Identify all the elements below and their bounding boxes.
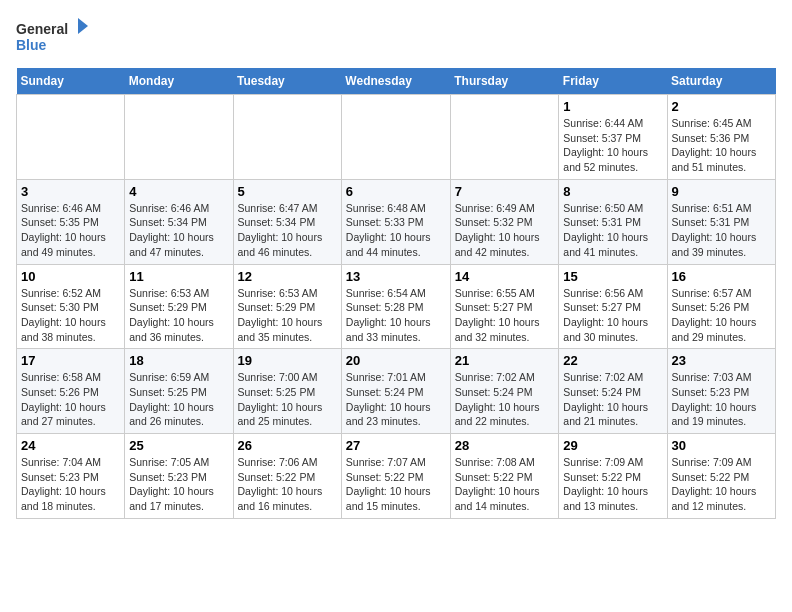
calendar-week-row: 17Sunrise: 6:58 AM Sunset: 5:26 PM Dayli… [17,349,776,434]
calendar-cell [233,95,341,180]
calendar-cell: 19Sunrise: 7:00 AM Sunset: 5:25 PM Dayli… [233,349,341,434]
svg-text:Blue: Blue [16,37,47,53]
svg-marker-2 [78,18,88,34]
weekday-header: Friday [559,68,667,95]
calendar-cell [17,95,125,180]
day-number: 22 [563,353,662,368]
day-info: Sunrise: 6:49 AM Sunset: 5:32 PM Dayligh… [455,201,555,260]
calendar-cell: 25Sunrise: 7:05 AM Sunset: 5:23 PM Dayli… [125,434,233,519]
day-info: Sunrise: 6:52 AM Sunset: 5:30 PM Dayligh… [21,286,120,345]
day-number: 20 [346,353,446,368]
day-number: 16 [672,269,772,284]
day-info: Sunrise: 6:54 AM Sunset: 5:28 PM Dayligh… [346,286,446,345]
calendar-cell: 10Sunrise: 6:52 AM Sunset: 5:30 PM Dayli… [17,264,125,349]
calendar-cell [125,95,233,180]
day-number: 24 [21,438,120,453]
day-number: 3 [21,184,120,199]
day-number: 7 [455,184,555,199]
weekday-header: Monday [125,68,233,95]
day-number: 29 [563,438,662,453]
day-info: Sunrise: 7:03 AM Sunset: 5:23 PM Dayligh… [672,370,772,429]
day-number: 11 [129,269,228,284]
calendar-cell [341,95,450,180]
weekday-header: Tuesday [233,68,341,95]
calendar-week-row: 1Sunrise: 6:44 AM Sunset: 5:37 PM Daylig… [17,95,776,180]
calendar-cell: 26Sunrise: 7:06 AM Sunset: 5:22 PM Dayli… [233,434,341,519]
day-info: Sunrise: 7:09 AM Sunset: 5:22 PM Dayligh… [563,455,662,514]
calendar-cell: 28Sunrise: 7:08 AM Sunset: 5:22 PM Dayli… [450,434,559,519]
calendar-cell: 17Sunrise: 6:58 AM Sunset: 5:26 PM Dayli… [17,349,125,434]
calendar-cell: 12Sunrise: 6:53 AM Sunset: 5:29 PM Dayli… [233,264,341,349]
day-info: Sunrise: 7:08 AM Sunset: 5:22 PM Dayligh… [455,455,555,514]
day-number: 23 [672,353,772,368]
day-info: Sunrise: 7:01 AM Sunset: 5:24 PM Dayligh… [346,370,446,429]
day-number: 26 [238,438,337,453]
day-number: 1 [563,99,662,114]
day-info: Sunrise: 6:56 AM Sunset: 5:27 PM Dayligh… [563,286,662,345]
day-number: 13 [346,269,446,284]
day-info: Sunrise: 7:02 AM Sunset: 5:24 PM Dayligh… [563,370,662,429]
day-number: 18 [129,353,228,368]
calendar-cell [450,95,559,180]
calendar-cell: 22Sunrise: 7:02 AM Sunset: 5:24 PM Dayli… [559,349,667,434]
calendar-cell: 16Sunrise: 6:57 AM Sunset: 5:26 PM Dayli… [667,264,776,349]
calendar-cell: 11Sunrise: 6:53 AM Sunset: 5:29 PM Dayli… [125,264,233,349]
day-number: 6 [346,184,446,199]
weekday-header: Sunday [17,68,125,95]
calendar-cell: 23Sunrise: 7:03 AM Sunset: 5:23 PM Dayli… [667,349,776,434]
day-number: 27 [346,438,446,453]
day-number: 14 [455,269,555,284]
day-number: 17 [21,353,120,368]
day-info: Sunrise: 6:45 AM Sunset: 5:36 PM Dayligh… [672,116,772,175]
day-info: Sunrise: 7:07 AM Sunset: 5:22 PM Dayligh… [346,455,446,514]
svg-text:General: General [16,21,68,37]
day-info: Sunrise: 7:04 AM Sunset: 5:23 PM Dayligh… [21,455,120,514]
logo-svg: GeneralBlue [16,16,96,56]
weekday-header: Wednesday [341,68,450,95]
calendar-cell: 15Sunrise: 6:56 AM Sunset: 5:27 PM Dayli… [559,264,667,349]
day-info: Sunrise: 6:57 AM Sunset: 5:26 PM Dayligh… [672,286,772,345]
calendar-cell: 13Sunrise: 6:54 AM Sunset: 5:28 PM Dayli… [341,264,450,349]
header-row: SundayMondayTuesdayWednesdayThursdayFrid… [17,68,776,95]
calendar-cell: 8Sunrise: 6:50 AM Sunset: 5:31 PM Daylig… [559,179,667,264]
day-number: 28 [455,438,555,453]
calendar-cell: 29Sunrise: 7:09 AM Sunset: 5:22 PM Dayli… [559,434,667,519]
calendar-table: SundayMondayTuesdayWednesdayThursdayFrid… [16,68,776,519]
calendar-cell: 6Sunrise: 6:48 AM Sunset: 5:33 PM Daylig… [341,179,450,264]
calendar-cell: 14Sunrise: 6:55 AM Sunset: 5:27 PM Dayli… [450,264,559,349]
calendar-cell: 20Sunrise: 7:01 AM Sunset: 5:24 PM Dayli… [341,349,450,434]
calendar-cell: 9Sunrise: 6:51 AM Sunset: 5:31 PM Daylig… [667,179,776,264]
calendar-cell: 5Sunrise: 6:47 AM Sunset: 5:34 PM Daylig… [233,179,341,264]
day-number: 12 [238,269,337,284]
calendar-cell: 18Sunrise: 6:59 AM Sunset: 5:25 PM Dayli… [125,349,233,434]
day-number: 15 [563,269,662,284]
calendar-cell: 30Sunrise: 7:09 AM Sunset: 5:22 PM Dayli… [667,434,776,519]
day-info: Sunrise: 7:06 AM Sunset: 5:22 PM Dayligh… [238,455,337,514]
day-info: Sunrise: 6:50 AM Sunset: 5:31 PM Dayligh… [563,201,662,260]
calendar-cell: 1Sunrise: 6:44 AM Sunset: 5:37 PM Daylig… [559,95,667,180]
day-number: 2 [672,99,772,114]
calendar-cell: 2Sunrise: 6:45 AM Sunset: 5:36 PM Daylig… [667,95,776,180]
day-info: Sunrise: 6:59 AM Sunset: 5:25 PM Dayligh… [129,370,228,429]
day-info: Sunrise: 7:09 AM Sunset: 5:22 PM Dayligh… [672,455,772,514]
day-number: 25 [129,438,228,453]
calendar-cell: 7Sunrise: 6:49 AM Sunset: 5:32 PM Daylig… [450,179,559,264]
day-number: 21 [455,353,555,368]
day-number: 8 [563,184,662,199]
logo: GeneralBlue [16,16,96,56]
weekday-header: Saturday [667,68,776,95]
day-info: Sunrise: 6:51 AM Sunset: 5:31 PM Dayligh… [672,201,772,260]
day-info: Sunrise: 6:58 AM Sunset: 5:26 PM Dayligh… [21,370,120,429]
day-info: Sunrise: 6:44 AM Sunset: 5:37 PM Dayligh… [563,116,662,175]
header: GeneralBlue [16,16,776,56]
day-number: 5 [238,184,337,199]
day-info: Sunrise: 7:00 AM Sunset: 5:25 PM Dayligh… [238,370,337,429]
calendar-week-row: 10Sunrise: 6:52 AM Sunset: 5:30 PM Dayli… [17,264,776,349]
day-info: Sunrise: 7:02 AM Sunset: 5:24 PM Dayligh… [455,370,555,429]
day-number: 30 [672,438,772,453]
calendar-week-row: 24Sunrise: 7:04 AM Sunset: 5:23 PM Dayli… [17,434,776,519]
day-info: Sunrise: 6:55 AM Sunset: 5:27 PM Dayligh… [455,286,555,345]
calendar-cell: 3Sunrise: 6:46 AM Sunset: 5:35 PM Daylig… [17,179,125,264]
calendar-cell: 27Sunrise: 7:07 AM Sunset: 5:22 PM Dayli… [341,434,450,519]
day-number: 4 [129,184,228,199]
